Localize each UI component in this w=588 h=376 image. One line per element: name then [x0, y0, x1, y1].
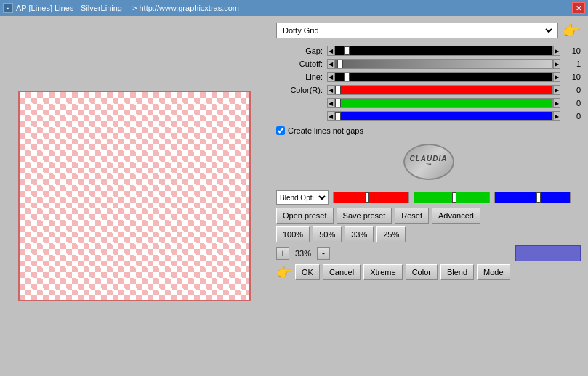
colorB-value: 0 — [560, 112, 581, 120]
logo-line1: CLAUDIA — [410, 155, 448, 163]
line-thumb[interactable] — [344, 73, 350, 81]
colorG-thumb[interactable] — [335, 99, 341, 107]
preview-area — [18, 91, 251, 301]
line-value: 10 — [560, 73, 581, 81]
line-slider-row: Line: ◀ ▶ 10 — [276, 71, 581, 83]
colorG-arrow-right[interactable]: ▶ — [553, 98, 560, 108]
cutoff-label: Cutoff: — [276, 60, 327, 68]
colorR-arrow-left[interactable]: ◀ — [327, 85, 334, 95]
colorR-track[interactable] — [334, 85, 553, 95]
reset-button[interactable]: Reset — [395, 208, 429, 224]
zoom-percent-row: 100% 50% 33% 25% — [276, 226, 581, 242]
brand-logo: CLAUDIA ™ — [403, 144, 454, 180]
cutoff-slider-row: Cutoff: ◀ ▶ -1 — [276, 58, 581, 70]
colorR-label: Color(R): — [276, 86, 327, 94]
colorB-slider-row: ◀ ▶ 0 — [276, 110, 581, 122]
blend-blue-thumb[interactable] — [536, 192, 541, 203]
blue-color-box[interactable] — [515, 245, 581, 261]
titlebar: ▪ AP [Lines] Lines - SilverLining ---> h… — [0, 0, 588, 16]
bottom-buttons-row: 👉 OK Cancel Xtreme Color Blend Mode — [276, 264, 581, 280]
blend-red-thumb[interactable] — [365, 192, 369, 203]
right-panel: Dotty Grid 👉 Gap: ◀ ▶ 10 Cutoff: ◀ — [269, 16, 588, 376]
colorR-track-fill — [335, 86, 552, 94]
gap-track-fill — [335, 46, 552, 55]
xtreme-button[interactable]: Xtreme — [363, 264, 402, 280]
gap-thumb[interactable] — [344, 46, 350, 55]
gap-track[interactable] — [334, 46, 553, 56]
advanced-button[interactable]: Advanced — [432, 208, 480, 224]
cutoff-track[interactable] — [334, 59, 553, 69]
colorB-track-fill — [335, 112, 552, 120]
preset-select[interactable]: Dotty Grid — [280, 25, 555, 36]
colorB-arrow-right[interactable]: ▶ — [553, 111, 560, 121]
cutoff-thumb[interactable] — [337, 60, 343, 68]
hand-pointer-icon: 👉 — [563, 22, 581, 39]
preset-buttons-row: Open preset Save preset Reset Advanced — [276, 208, 581, 224]
app-icon: ▪ — [3, 3, 13, 13]
colorB-arrow-left[interactable]: ◀ — [327, 111, 334, 121]
blend-dropdown[interactable]: Blend Opti — [276, 190, 329, 205]
checkbox-row: Create lines not gaps — [276, 125, 581, 136]
line-arrow-left[interactable]: ◀ — [327, 72, 334, 82]
colorG-track[interactable] — [334, 98, 553, 108]
colorG-slider-row: ◀ ▶ 0 — [276, 97, 581, 109]
cancel-button[interactable]: Cancel — [323, 264, 361, 280]
colorR-thumb[interactable] — [335, 86, 341, 94]
zoom-33-button[interactable]: 33% — [345, 226, 374, 242]
gap-label: Gap: — [276, 46, 327, 55]
close-button[interactable]: ✕ — [572, 2, 585, 14]
blend-blue-slider[interactable] — [494, 192, 571, 203]
colorG-arrow-left[interactable]: ◀ — [327, 98, 334, 108]
title-text: AP [Lines] Lines - SilverLining ---> htt… — [16, 4, 239, 12]
colorB-track[interactable] — [334, 111, 553, 121]
blend-red-slider[interactable] — [333, 192, 409, 203]
logo-line2: ™ — [426, 163, 432, 169]
preset-row: Dotty Grid 👉 — [276, 22, 581, 39]
open-preset-button[interactable]: Open preset — [276, 208, 334, 224]
gap-arrow-right[interactable]: ▶ — [553, 46, 560, 56]
line-track[interactable] — [334, 72, 553, 82]
left-panel — [0, 16, 269, 376]
zoom-plus-button[interactable]: + — [276, 247, 289, 260]
cutoff-arrow-right[interactable]: ▶ — [553, 59, 560, 69]
hand-ok-icon: 👉 — [276, 264, 292, 280]
blend-button[interactable]: Blend — [440, 264, 474, 280]
gap-arrow-left[interactable]: ◀ — [327, 46, 334, 56]
colorR-slider-row: Color(R): ◀ ▶ 0 — [276, 84, 581, 96]
zoom-minus-button[interactable]: - — [317, 247, 330, 260]
zoom-100-button[interactable]: 100% — [276, 226, 310, 242]
cutoff-value: -1 — [560, 60, 581, 68]
colorB-thumb[interactable] — [335, 112, 341, 120]
zoom-stepper-row: + 33% - — [276, 245, 581, 261]
mode-button[interactable]: Mode — [477, 264, 510, 280]
gap-value: 10 — [560, 46, 581, 55]
zoom-25-button[interactable]: 25% — [376, 226, 406, 242]
save-preset-button[interactable]: Save preset — [337, 208, 392, 224]
line-label: Line: — [276, 73, 327, 81]
gap-slider-row: Gap: ◀ ▶ 10 — [276, 45, 581, 57]
create-lines-checkbox[interactable] — [276, 126, 285, 135]
ok-button[interactable]: OK — [295, 264, 320, 280]
colorG-value: 0 — [560, 99, 581, 107]
create-lines-label: Create lines not gaps — [288, 126, 363, 135]
cutoff-track-fill — [335, 60, 552, 68]
sliders-section: Gap: ◀ ▶ 10 Cutoff: ◀ ▶ -1 — [276, 45, 581, 122]
blend-section: Blend Opti — [276, 190, 581, 205]
colorR-value: 0 — [560, 86, 581, 94]
colorG-track-fill — [335, 99, 552, 107]
preview-dots — [25, 98, 243, 294]
main-content: Dotty Grid 👉 Gap: ◀ ▶ 10 Cutoff: ◀ — [0, 16, 588, 376]
colorR-arrow-right[interactable]: ▶ — [553, 85, 560, 95]
blend-green-slider[interactable] — [414, 192, 490, 203]
line-track-fill — [335, 73, 552, 81]
color-button[interactable]: Color — [406, 264, 438, 280]
line-arrow-right[interactable]: ▶ — [553, 72, 560, 82]
cutoff-arrow-left[interactable]: ◀ — [327, 59, 334, 69]
preset-dropdown-container[interactable]: Dotty Grid — [276, 23, 558, 38]
zoom-50-button[interactable]: 50% — [313, 226, 342, 242]
logo-area: CLAUDIA ™ — [276, 139, 581, 184]
zoom-current-value: 33% — [292, 249, 314, 258]
blend-green-thumb[interactable] — [452, 192, 456, 203]
